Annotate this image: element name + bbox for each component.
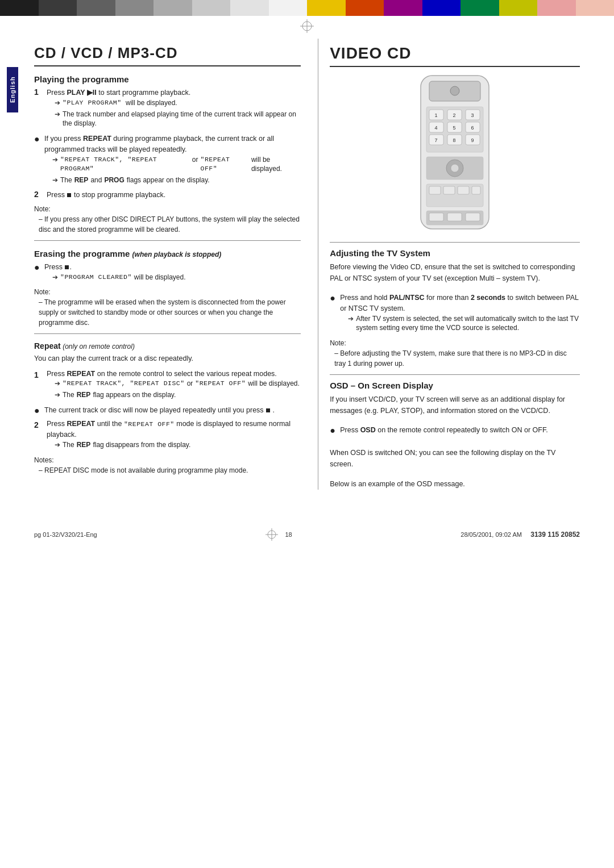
step-1: 1 Press PLAY ▶II to start programme play… <box>34 87 301 130</box>
osd-bullet1-content: Press OSD on the remote control repeated… <box>340 425 580 436</box>
step-2-num: 2 <box>34 190 43 199</box>
tv-note: Note: – Before adjusting the TV system, … <box>330 338 580 369</box>
svg-text:4: 4 <box>435 125 438 131</box>
divider-1 <box>34 240 301 241</box>
repeat-step2-content: Press REPEAT until the "REPEAT OFF" mode… <box>47 419 301 451</box>
svg-text:3: 3 <box>471 112 474 118</box>
repeat-notes: Notes: – REPEAT DISC mode is not availab… <box>34 455 301 475</box>
repeat-step1-arrow1: ➔ "REPEAT TRACK", "REPEAT DISC" or "REPE… <box>55 379 301 389</box>
playing-programme-section: Playing the programme 1 Press PLAY ▶II t… <box>34 74 301 235</box>
osd-body2: When OSD is switched ON; you can see the… <box>330 447 580 470</box>
cb2 <box>39 0 77 16</box>
adjusting-tv-section: Adjusting the TV System Before viewing t… <box>330 248 580 369</box>
osd-body1: If you insert VCD/CD, your TV screen wil… <box>330 394 580 416</box>
registration-mark-bottom <box>265 528 278 541</box>
right-main-title: VIDEO CD <box>330 44 580 67</box>
svg-text:2: 2 <box>453 112 456 118</box>
osd-body3: Below is an example of the OSD message. <box>330 478 580 490</box>
svg-point-27 <box>451 164 459 172</box>
repeat-step1-content: Press REPEAT on the remote control to se… <box>47 369 301 402</box>
divider-right-2 <box>330 374 580 375</box>
footer-right: 28/05/2001, 09:02 AM 3139 115 20852 <box>460 531 580 539</box>
step-2: 2 Press to stop programme playback. <box>34 190 301 201</box>
bullet1-arrow1: ➔ "REPEAT TRACK", "REPEAT PROGRAM" or "R… <box>52 155 301 174</box>
remote-image-container: 1 2 3 4 5 6 7 8 9 <box>330 73 580 232</box>
divider-right-1 <box>330 242 580 243</box>
svg-rect-30 <box>443 186 455 194</box>
svg-rect-29 <box>429 186 441 194</box>
cb3 <box>77 0 115 16</box>
repeat-section: Repeat (only on remote control) You can … <box>34 340 301 475</box>
page-content: English CD / VCD / MP3-CD Playing the pr… <box>0 33 614 512</box>
color-bar-left <box>0 0 307 16</box>
erase-bullet1: ● Press . ➔ "PROGRAM CLEARED" will be di… <box>34 262 301 284</box>
footer-center: 18 <box>285 531 292 538</box>
page-footer: pg 01-32/V320/21-Eng 18 28/05/2001, 09:0… <box>0 524 614 545</box>
svg-text:8: 8 <box>453 137 456 143</box>
step-1-num: 1 <box>34 87 43 97</box>
erase-bullet1-content: Press . ➔ "PROGRAM CLEARED" will be disp… <box>44 262 301 284</box>
repeat-step2-arrow1: ➔ The REP flag disappears from the displ… <box>55 440 301 450</box>
playing-note-line1: – If you press any other DISC DIRECT PLA… <box>39 214 301 235</box>
cb8 <box>269 0 308 16</box>
repeat-notes-line1: – REPEAT DISC mode is not available duri… <box>39 465 301 475</box>
adjusting-tv-heading: Adjusting the TV System <box>330 248 580 258</box>
erase-arrow1: ➔ "PROGRAM CLEARED" will be displayed. <box>52 273 301 282</box>
erasing-note-label: Note: <box>34 287 301 297</box>
step1-arrow2: ➔ The track number and elapsed playing t… <box>55 110 301 129</box>
svg-rect-36 <box>466 213 480 221</box>
svg-rect-34 <box>429 213 443 221</box>
sidebar-english-label: English <box>7 67 18 112</box>
cb6 <box>192 0 231 16</box>
svg-text:6: 6 <box>471 125 474 131</box>
bullet-repeat: ● If you press REPEAT during programme p… <box>34 133 301 187</box>
cb14 <box>499 0 538 16</box>
repeat-step1-arrow2: ➔ The REP flag appears on the display. <box>55 390 301 400</box>
color-bar <box>0 0 614 16</box>
cb10 <box>346 0 384 16</box>
cb9 <box>307 0 346 16</box>
remote-svg: 1 2 3 4 5 6 7 8 9 <box>409 73 500 232</box>
erasing-note: Note: – The programme will be erased whe… <box>34 287 301 328</box>
svg-rect-31 <box>458 186 469 194</box>
tv-bullet1-arrow1: ➔ After TV system is selected, the set w… <box>348 314 580 333</box>
tv-bullet1: ● Press and hold PAL/NTSC for more than … <box>330 293 580 335</box>
step-2-content: Press to stop programme playback. <box>47 190 301 201</box>
divider-2 <box>34 333 301 334</box>
cb11 <box>384 0 422 16</box>
svg-point-5 <box>450 86 459 95</box>
osd-heading: OSD – On Screen Display <box>330 381 580 390</box>
cb7 <box>230 0 269 16</box>
repeat-step2: 2 Press REPEAT until the "REPEAT OFF" mo… <box>34 419 301 451</box>
cb1 <box>0 0 39 16</box>
repeat-bullet1-content: The current track or disc will now be pl… <box>44 405 301 416</box>
tv-bullet1-content: Press and hold PAL/NTSC for more than 2 … <box>340 293 580 335</box>
tv-note-label: Note: <box>330 338 580 348</box>
cb13 <box>460 0 499 16</box>
repeat-step1: 1 Press REPEAT on the remote control to … <box>34 369 301 402</box>
repeat-bullet1: ● The current track or disc will now be … <box>34 405 301 416</box>
cb12 <box>422 0 461 16</box>
playing-note: Note: – If you press any other DISC DIRE… <box>34 204 301 235</box>
registration-mark-top <box>0 19 614 33</box>
right-column: VIDEO CD 1 2 3 <box>318 39 580 490</box>
step-1-content: Press PLAY ▶II to start programme playba… <box>47 87 301 130</box>
cb4 <box>115 0 154 16</box>
erasing-programme-heading: Erasing the programme (when playback is … <box>34 249 301 258</box>
tv-note-line1: – Before adjusting the TV system, make s… <box>334 348 580 369</box>
cb16 <box>576 0 615 16</box>
repeat-notes-label: Notes: <box>34 455 301 465</box>
svg-rect-35 <box>447 213 462 221</box>
svg-text:5: 5 <box>453 125 456 131</box>
step1-arrow1: ➔ "PLAY PROGRAM" will be displayed. <box>55 98 301 108</box>
repeat-step1-num: 1 <box>34 369 43 381</box>
left-column: English CD / VCD / MP3-CD Playing the pr… <box>34 39 318 490</box>
left-main-title: CD / VCD / MP3-CD <box>34 44 301 66</box>
erasing-programme-section: Erasing the programme (when playback is … <box>34 249 301 328</box>
svg-text:9: 9 <box>471 137 474 143</box>
adjusting-tv-body1: Before viewing the Video CD, ensure that… <box>330 261 580 284</box>
repeat-body: You can play the current track or a disc… <box>34 353 301 364</box>
repeat-step2-num: 2 <box>34 419 43 431</box>
footer-left: pg 01-32/V320/21-Eng <box>34 531 97 538</box>
erasing-note-line1: – The programme will be erased when the … <box>39 297 301 328</box>
